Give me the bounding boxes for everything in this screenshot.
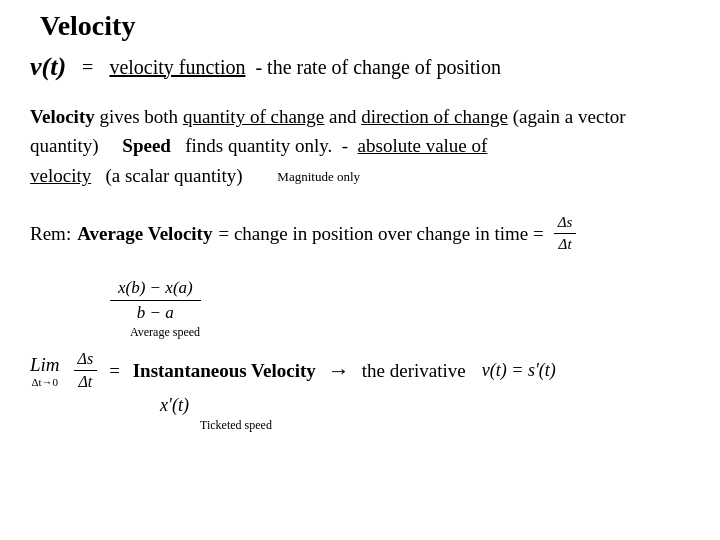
arrow-symbol: →	[328, 358, 350, 384]
lim-text: Lim	[30, 354, 60, 376]
quantity-of-change: quantity of change	[183, 106, 324, 127]
paragraph-velocity-description: Velocity gives both quantity of change a…	[30, 102, 690, 190]
para1-part2: gives both	[99, 106, 182, 127]
equals2: =	[109, 360, 120, 382]
equals-sign: =	[82, 56, 93, 79]
xprime-formula: x′(t)	[160, 395, 189, 415]
lim-frac-bottom: Δt	[74, 371, 96, 391]
velocity-underline: velocity	[30, 165, 91, 186]
instantaneous-velocity-label: Instantaneous Velocity	[128, 360, 316, 382]
velocity-bold: Velocity	[30, 106, 95, 127]
lim-block: Lim Δt→0	[30, 354, 60, 388]
average-speed-note: Average speed	[130, 325, 690, 340]
vt-prime-formula: v(t) = s′(t)	[482, 360, 556, 381]
magnitude-only-note: Magnitude only	[277, 169, 360, 184]
lim-fraction: Δs Δt	[74, 350, 98, 391]
para1-part7: (a scalar quantity)	[96, 165, 243, 186]
avg-speed-area: x(b) − x(a) b − a Average speed	[110, 277, 690, 340]
xprime-area: x′(t) Ticketed speed	[160, 395, 690, 433]
avg-frac-top: Δs	[554, 214, 577, 234]
average-velocity-label: Average Velocity	[77, 223, 212, 245]
ticketed-speed-note: Ticketed speed	[200, 418, 690, 433]
para1-part5: finds quantity only. -	[176, 135, 358, 156]
lim-frac-top: Δs	[74, 350, 98, 371]
page-title: Velocity	[40, 10, 690, 42]
vt-symbol: v(t)	[30, 52, 66, 82]
velocity-function-label: velocity function	[109, 56, 245, 79]
avg-speed-fraction: x(b) − x(a) b − a	[110, 278, 201, 323]
vt-definition-line: v(t) = velocity function - the rate of c…	[30, 52, 690, 82]
change-desc: = change in position over change in time…	[218, 223, 543, 245]
direction-of-change: direction of change	[361, 106, 508, 127]
lim-line: Lim Δt→0 Δs Δt = Instantaneous Velocity …	[30, 350, 690, 391]
speed-bold: Speed	[122, 135, 171, 156]
absolute-value-of: absolute value of	[358, 135, 488, 156]
avg-velocity-fraction: Δs Δt	[554, 214, 577, 253]
rem-average-velocity-line: Rem: Average Velocity = change in positi…	[30, 214, 690, 253]
avg-frac-num: x(b) − x(a)	[110, 278, 201, 301]
para1-part3: and	[329, 106, 361, 127]
derivative-label: the derivative	[362, 360, 466, 382]
vt-description: - the rate of change of position	[255, 56, 500, 79]
lim-subscript: Δt→0	[31, 376, 58, 388]
rem-label: Rem:	[30, 223, 71, 245]
avg-frac-den: b − a	[129, 301, 182, 323]
avg-frac-bottom: Δt	[555, 234, 576, 253]
